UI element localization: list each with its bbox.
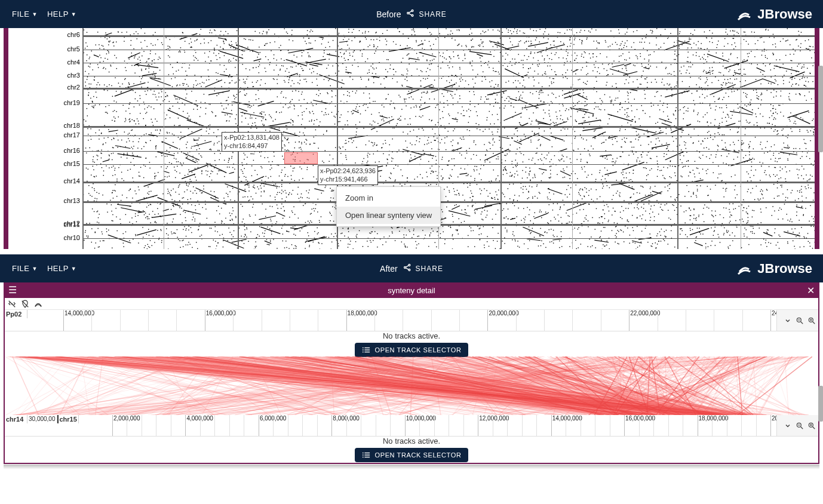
gridline-h [82, 225, 815, 226]
gridline-h [82, 182, 815, 183]
y-axis-label: chr16 [8, 147, 82, 154]
tooltip-line: y-chr16:84,497 [224, 142, 280, 150]
gridline-v [164, 28, 164, 249]
location-off-icon[interactable] [20, 299, 30, 309]
file-menu[interactable]: FILE ▼ [7, 6, 42, 22]
y-axis-label: chr6 [8, 32, 82, 38]
zoom-out-icon[interactable] [794, 315, 805, 326]
ruler-tick-minor [171, 415, 171, 436]
svg-line-29 [813, 426, 815, 429]
tooltip-end: x-Pp02:24,623,936 y-chr15:941,466 [318, 165, 378, 185]
y-axis-label: chr2 [8, 84, 82, 91]
gridline-h [82, 88, 815, 90]
svg-line-26 [801, 426, 803, 429]
y-axis-label: chr13 [8, 198, 82, 204]
gridline-v [572, 28, 573, 249]
open-track-label: OPEN TRACK SELECTOR [375, 346, 462, 354]
ruler-tick-minor [376, 415, 376, 436]
assembly-label-bottom-a: chr14 [5, 415, 27, 423]
ruler-tick-label: 14,000,000 [552, 415, 582, 422]
scrollbar-thumb[interactable] [818, 386, 823, 422]
share-label: SHARE [419, 10, 446, 19]
ruler-tick-minor [200, 415, 201, 436]
tool-row [5, 298, 818, 310]
dotplot-view[interactable]: chr6chr5chr4chr3chr2chr19chr18chr17chr16… [8, 28, 815, 249]
tooltip-line: x-Pp02:24,623,936 [320, 167, 376, 175]
ruler-tick-minor [566, 415, 566, 436]
selection-rectangle[interactable] [284, 152, 318, 164]
share-button[interactable]: SHARE [403, 263, 443, 274]
menu-item-zoom-in[interactable]: Zoom in [337, 189, 440, 207]
y-axis-label: chr18 [8, 122, 82, 129]
svg-point-5 [404, 267, 406, 269]
ruler-tick-minor [522, 415, 523, 436]
ruler-tick-label: 18,000,000 [348, 310, 377, 316]
ruler-tick-minor [727, 415, 727, 436]
logo-text: JBrowse [757, 7, 812, 22]
link-off-icon[interactable] [7, 299, 17, 309]
ruler-tick-minor [683, 415, 683, 436]
ruler-bottom[interactable]: chr14 30,000,00 chr15 2,000,0004,000,000… [5, 415, 818, 437]
zoom-in-icon[interactable] [806, 420, 817, 431]
hamburger-icon[interactable]: ☰ [8, 285, 17, 295]
file-menu-label: FILE [12, 10, 29, 19]
ruler-tick-minor [601, 310, 601, 331]
ruler-tick-label: 14,000,000 [65, 310, 94, 316]
gridline-v [677, 28, 678, 249]
ruler-tick-minor [91, 310, 92, 331]
svg-point-0 [407, 13, 409, 14]
ruler-tick-minor [434, 415, 435, 436]
ruler-tick-minor [572, 310, 573, 331]
ruler-tick-minor [742, 310, 743, 331]
chevron-down-icon[interactable] [782, 420, 793, 431]
chevron-down-icon[interactable] [782, 315, 793, 326]
zoom-in-icon[interactable] [806, 315, 817, 326]
dotplot-canvas[interactable] [82, 28, 815, 249]
ruler-tick-label: 18,000,000 [699, 415, 729, 422]
no-tracks-message: No tracks active. [383, 437, 440, 445]
ruler-tick-minor [361, 415, 361, 436]
ruler-tick-minor [317, 415, 318, 436]
menu-item-open-linear-synteny[interactable]: Open linear synteny view [337, 207, 440, 224]
help-menu-label: HELP [47, 264, 69, 273]
help-menu[interactable]: HELP ▼ [42, 6, 81, 22]
file-menu[interactable]: FILE ▼ [7, 260, 42, 276]
ruler-tick: 10,000,000 [405, 415, 406, 436]
caret-down-icon: ▼ [32, 11, 37, 17]
scrollbar-thumb[interactable] [818, 66, 823, 152]
no-tracks-message: No tracks active. [383, 331, 440, 340]
gridline-h [82, 126, 815, 128]
close-icon[interactable]: ✕ [807, 285, 815, 296]
gridline-h [82, 201, 815, 203]
open-track-selector-button[interactable]: OPEN TRACK SELECTOR [355, 448, 469, 462]
ruler-tick: 18,000,000 [698, 415, 698, 436]
center-label: After [380, 264, 398, 273]
gridline-h [82, 136, 815, 136]
appbar-after: FILE ▼ HELP ▼ After SHARE [0, 254, 823, 282]
gridline-h [82, 151, 815, 152]
list-icon [362, 451, 370, 459]
appbar-before: FILE ▼ HELP ▼ Before SHARE [0, 0, 823, 28]
open-track-selector-button[interactable]: OPEN TRACK SELECTOR [355, 343, 469, 357]
curve-icon[interactable] [33, 299, 43, 309]
ruler-tick: 24,000,00 [770, 310, 771, 331]
y-axis-label: chr10 [8, 235, 82, 241]
linear-synteny-view: Pp02 14,000,00016,000,00018,000,00020,00… [4, 298, 819, 464]
gridline-v [741, 28, 741, 249]
share-button[interactable]: SHARE [406, 8, 446, 20]
ruler-tick-minor [516, 310, 517, 331]
view-border-left [4, 28, 8, 249]
ruler-tick: 16,000,000 [205, 310, 205, 331]
svg-point-7 [408, 269, 410, 271]
tooltip-line: y-chr15:941,466 [320, 175, 376, 183]
zoom-out-icon[interactable] [794, 420, 805, 431]
synteny-canvas[interactable] [5, 357, 818, 415]
ruler-tick-minor [262, 310, 262, 331]
ruler-tick-minor [176, 310, 177, 331]
y-axis-label: chr19 [8, 100, 82, 106]
appbar-center: Before SHARE [376, 8, 447, 20]
ruler-top[interactable]: Pp02 14,000,00016,000,00018,000,00020,00… [5, 310, 818, 331]
help-menu[interactable]: HELP ▼ [42, 260, 81, 276]
ruler-tick: 8,000,000 [331, 415, 332, 436]
ruler-tick-minor [374, 310, 375, 331]
